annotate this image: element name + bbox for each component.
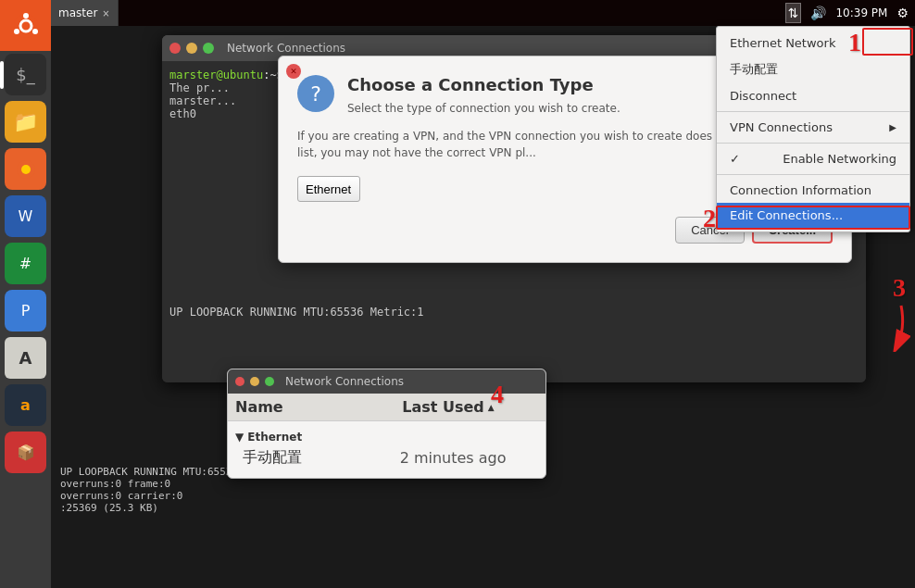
sidebar-app-install[interactable]: 📦 xyxy=(5,432,46,473)
nc-min-dot[interactable] xyxy=(186,43,197,54)
sidebar-app-files[interactable]: 📁 xyxy=(5,101,46,143)
annotation-box-1 xyxy=(862,28,913,56)
svg-point-4 xyxy=(14,29,19,34)
annotation-1: 1 xyxy=(848,28,861,57)
nl-close-dot[interactable] xyxy=(235,377,244,386)
dropdown-sep2 xyxy=(717,143,909,144)
sidebar-app-amazon[interactable]: a xyxy=(5,384,46,426)
dropdown-manual-config[interactable]: 手动配置 xyxy=(717,56,909,83)
dialog-title: Choose a Connection Type xyxy=(347,75,620,94)
ubuntu-logo[interactable] xyxy=(0,0,51,51)
dropdown-enable-networking[interactable]: ✓ Enable Networking xyxy=(717,146,909,171)
connection-last-used: 2 minutes ago xyxy=(400,449,531,467)
nl-min-dot[interactable] xyxy=(250,377,259,386)
nc-max-dot[interactable] xyxy=(203,43,214,54)
terminal-line-overruns2: overruns:0 carrier:0 xyxy=(60,490,294,502)
annotation-4: 4 xyxy=(491,380,504,409)
dropdown-menu: Ethernet Network 手动配置 Disconnect VPN Con… xyxy=(716,26,910,232)
tab-label: master xyxy=(58,6,97,19)
ethernet-group-header: ▼ Ethernet xyxy=(235,429,538,445)
sidebar: $_ 📁 W # P A a 📦 xyxy=(0,0,51,588)
network-icon[interactable]: ⇅ xyxy=(785,3,802,23)
nc-close-dot[interactable] xyxy=(169,43,181,54)
dialog-close-button[interactable]: ✕ xyxy=(286,64,301,79)
annotation-2: 2 xyxy=(703,204,716,233)
annotation-arrow-3 xyxy=(864,296,910,352)
connection-name: 手动配置 xyxy=(243,448,400,468)
dropdown-vpn-connections[interactable]: VPN Connections ▶ xyxy=(717,115,909,140)
svg-point-2 xyxy=(23,13,29,19)
terminal-line-5: UP LOOPBACK RUNNING MTU:65536 Metric:1 xyxy=(169,306,859,319)
net-list-body: ▼ Ethernet 手动配置 2 minutes ago xyxy=(228,421,545,478)
sidebar-app-firefox[interactable] xyxy=(5,148,46,190)
clock: 10:39 PM xyxy=(835,6,887,19)
dropdown-connection-info[interactable]: Connection Information xyxy=(717,178,909,203)
volume-icon[interactable]: 🔊 xyxy=(808,4,828,22)
svg-point-6 xyxy=(21,165,31,174)
table-row[interactable]: 手动配置 2 minutes ago xyxy=(235,445,538,470)
sidebar-app-font[interactable]: A xyxy=(5,337,46,379)
dropdown-disconnect[interactable]: Disconnect xyxy=(717,83,909,108)
ethernet-group: ▼ Ethernet 手动配置 2 minutes ago xyxy=(235,429,538,470)
taskbar-right: ⇅ 🔊 10:39 PM ⚙ xyxy=(785,3,915,23)
col-name-header: Name xyxy=(235,398,398,416)
svg-point-3 xyxy=(32,29,38,34)
vpn-arrow-icon: ▶ xyxy=(889,122,896,132)
taskbar: master × ⇅ 🔊 10:39 PM ⚙ xyxy=(51,0,915,26)
annotation-box-2 xyxy=(716,206,910,230)
sidebar-app-terminal[interactable]: $_ xyxy=(5,54,46,95)
terminal-line-bytes: :25369 (25.3 KB) xyxy=(60,502,294,514)
sidebar-app-calc[interactable]: # xyxy=(5,243,46,284)
col-used-header: Last Used ▲ xyxy=(402,398,538,416)
group-arrow-icon: ▼ xyxy=(235,431,244,444)
terminal-line-overruns1: overruns:0 frame:0 xyxy=(60,478,294,490)
sidebar-app-impress[interactable]: P xyxy=(5,290,46,332)
nc-title: Network Connections xyxy=(227,42,345,55)
net-list-title: Network Connections xyxy=(285,375,404,388)
nl-max-dot[interactable] xyxy=(265,377,274,386)
sidebar-app-writer[interactable]: W xyxy=(5,195,46,237)
dropdown-sep1 xyxy=(717,111,909,112)
checkmark-icon: ✓ xyxy=(730,152,740,166)
taskbar-tab-master[interactable]: master × xyxy=(51,0,119,26)
tab-close-button[interactable]: × xyxy=(102,8,109,19)
dialog-subtitle: Select the type of connection you wish t… xyxy=(347,100,620,117)
dropdown-sep3 xyxy=(717,174,909,175)
connection-type-select[interactable]: Ethernet xyxy=(297,176,360,202)
settings-icon[interactable]: ⚙ xyxy=(895,4,910,22)
dialog-question-icon: ? xyxy=(297,75,334,112)
